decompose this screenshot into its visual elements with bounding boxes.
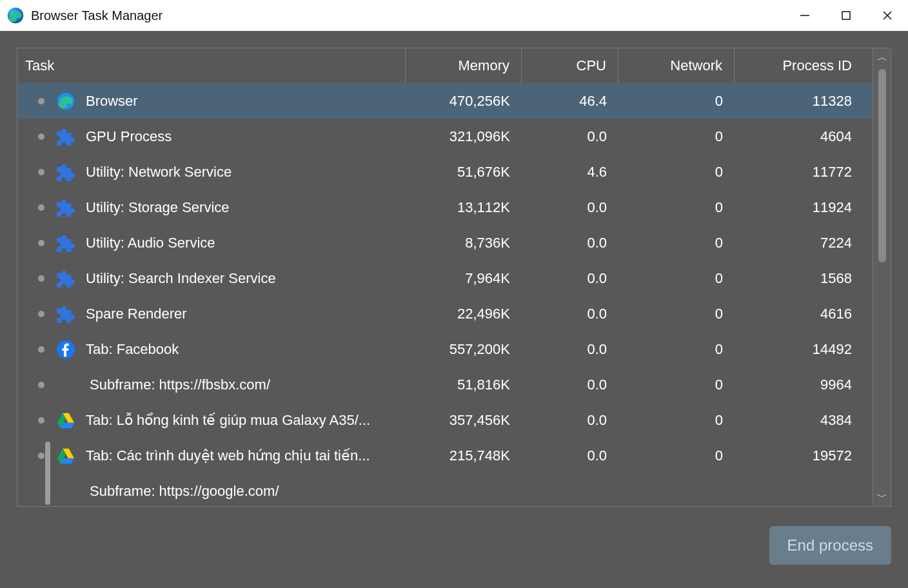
cell-memory: 8,736K bbox=[406, 235, 522, 251]
table-row[interactable]: Utility: Audio Service8,736K0.007224 bbox=[17, 225, 891, 260]
maximize-button[interactable] bbox=[825, 0, 867, 31]
cell-cpu: 0.0 bbox=[522, 447, 618, 464]
cell-memory: 51,816K bbox=[406, 377, 522, 393]
table-row[interactable]: Subframe: https://google.com/ bbox=[17, 473, 891, 506]
group-indicator bbox=[45, 442, 50, 505]
column-header-cpu[interactable]: CPU bbox=[522, 48, 618, 83]
table-row[interactable]: Utility: Search Indexer Service7,964K0.0… bbox=[17, 260, 891, 296]
drive-icon bbox=[56, 411, 75, 430]
cell-cpu: 0.0 bbox=[522, 377, 618, 393]
cell-cpu: 0.0 bbox=[522, 270, 618, 287]
cell-memory: 470,256K bbox=[406, 93, 522, 110]
table-row[interactable]: Tab: Facebook557,200K0.0014492 bbox=[17, 331, 891, 367]
cell-cpu: 0.0 bbox=[522, 341, 618, 358]
column-header-memory[interactable]: Memory bbox=[406, 48, 522, 83]
process-table: Task Memory CPU Network Process ID Brows… bbox=[17, 48, 891, 507]
task-name: Subframe: https://fbsbx.com/ bbox=[90, 377, 270, 393]
table-row[interactable]: Utility: Storage Service13,112K0.0011924 bbox=[17, 190, 891, 225]
puzzle-icon bbox=[56, 127, 75, 146]
edge-icon bbox=[56, 92, 75, 111]
cell-pid: 11328 bbox=[735, 93, 864, 110]
main-panel: Task Memory CPU Network Process ID Brows… bbox=[0, 31, 908, 588]
cell-network: 0 bbox=[618, 412, 735, 429]
facebook-icon bbox=[56, 340, 75, 359]
cell-pid: 7224 bbox=[735, 235, 864, 251]
cell-pid: 11772 bbox=[735, 164, 864, 181]
task-name: Utility: Network Service bbox=[86, 164, 232, 181]
bullet-icon bbox=[38, 311, 44, 317]
table-row[interactable]: Tab: Các trình duyệt web hứng chịu tai t… bbox=[17, 438, 891, 473]
cell-pid: 11924 bbox=[735, 199, 864, 216]
column-header-task[interactable]: Task bbox=[17, 48, 406, 83]
bullet-icon bbox=[38, 453, 44, 459]
close-button[interactable] bbox=[867, 0, 908, 31]
task-name: Utility: Search Indexer Service bbox=[86, 270, 276, 287]
task-name: Utility: Storage Service bbox=[86, 199, 230, 216]
table-header: Task Memory CPU Network Process ID bbox=[17, 48, 891, 83]
spacer-icon bbox=[56, 482, 75, 501]
puzzle-icon bbox=[56, 233, 75, 253]
task-name: Spare Renderer bbox=[86, 306, 187, 322]
cell-network: 0 bbox=[618, 341, 735, 358]
puzzle-icon bbox=[56, 198, 75, 217]
table-body: Browser470,256K46.4011328GPU Process321,… bbox=[17, 83, 891, 506]
cell-pid: 14492 bbox=[735, 341, 864, 358]
bullet-icon bbox=[38, 488, 44, 495]
cell-cpu: 0.0 bbox=[522, 128, 618, 145]
cell-pid: 4384 bbox=[735, 412, 864, 429]
minimize-button[interactable] bbox=[784, 0, 825, 31]
cell-cpu: 4.6 bbox=[522, 164, 618, 181]
cell-network: 0 bbox=[618, 447, 735, 464]
cell-cpu: 0.0 bbox=[522, 306, 618, 322]
bullet-icon bbox=[38, 275, 44, 282]
cell-cpu: 46.4 bbox=[522, 93, 618, 110]
cell-pid: 19572 bbox=[735, 447, 864, 464]
scrollbar-thumb[interactable] bbox=[878, 69, 886, 262]
cell-memory: 51,676K bbox=[406, 164, 522, 181]
bullet-icon bbox=[38, 382, 44, 388]
scroll-up-arrow-icon[interactable]: ︿ bbox=[873, 48, 891, 66]
cell-cpu: 0.0 bbox=[522, 199, 618, 216]
task-name: Tab: Các trình duyệt web hứng chịu tai t… bbox=[86, 447, 370, 464]
end-process-button[interactable]: End process bbox=[769, 526, 891, 565]
bullet-icon bbox=[38, 98, 44, 104]
task-name: Utility: Audio Service bbox=[86, 235, 215, 251]
cell-network: 0 bbox=[618, 306, 735, 322]
window-title: Browser Task Manager bbox=[31, 8, 163, 23]
table-row[interactable]: GPU Process321,096K0.004604 bbox=[17, 119, 891, 154]
svg-rect-2 bbox=[842, 12, 850, 19]
cell-memory: 22,496K bbox=[406, 306, 522, 322]
cell-memory: 215,748K bbox=[406, 447, 522, 464]
table-row[interactable]: Tab: Lỗ hổng kinh tế giúp mua Galaxy A35… bbox=[17, 402, 891, 438]
task-name: Tab: Facebook bbox=[86, 341, 179, 358]
column-header-network[interactable]: Network bbox=[618, 48, 735, 83]
puzzle-icon bbox=[56, 269, 75, 288]
cell-cpu: 0.0 bbox=[522, 412, 618, 429]
cell-memory: 321,096K bbox=[406, 128, 522, 145]
scroll-down-arrow-icon[interactable]: ﹀ bbox=[873, 488, 891, 506]
bullet-icon bbox=[38, 417, 44, 424]
table-row[interactable]: Utility: Network Service51,676K4.6011772 bbox=[17, 154, 891, 190]
table-row[interactable]: Spare Renderer22,496K0.004616 bbox=[17, 296, 891, 331]
bullet-icon bbox=[38, 346, 44, 353]
vertical-scrollbar[interactable]: ︿ ﹀ bbox=[873, 48, 891, 506]
spacer-icon bbox=[56, 375, 75, 395]
bullet-icon bbox=[38, 133, 44, 140]
table-row[interactable]: Subframe: https://fbsbx.com/51,816K0.009… bbox=[17, 367, 891, 402]
cell-network: 0 bbox=[618, 377, 735, 393]
task-name: Tab: Lỗ hổng kinh tế giúp mua Galaxy A35… bbox=[86, 412, 370, 429]
cell-pid: 1568 bbox=[735, 270, 864, 287]
cell-network: 0 bbox=[618, 164, 735, 181]
task-name: Subframe: https://google.com/ bbox=[90, 483, 279, 500]
bullet-icon bbox=[38, 240, 44, 246]
title-bar: Browser Task Manager bbox=[0, 0, 908, 31]
cell-network: 0 bbox=[618, 93, 735, 110]
table-row[interactable]: Browser470,256K46.4011328 bbox=[17, 83, 891, 119]
footer: End process bbox=[17, 520, 891, 571]
drive-icon bbox=[56, 446, 75, 466]
task-name: GPU Process bbox=[86, 128, 172, 145]
column-header-pid[interactable]: Process ID bbox=[735, 48, 864, 83]
bullet-icon bbox=[38, 169, 44, 175]
cell-pid: 9964 bbox=[735, 377, 864, 393]
cell-pid: 4604 bbox=[735, 128, 864, 145]
